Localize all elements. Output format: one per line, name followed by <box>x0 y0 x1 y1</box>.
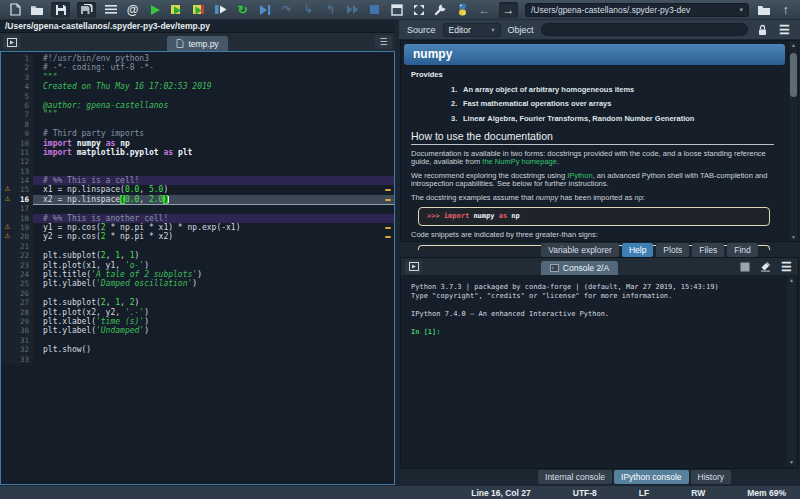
code-line[interactable]: ⚠19y1 = np.cos(2 * np.pi * x1) * np.exp(… <box>1 223 394 232</box>
code-line[interactable]: 17 <box>1 204 394 213</box>
python-path-icon[interactable] <box>455 2 470 17</box>
step-into-icon[interactable]: ↳ <box>301 2 316 17</box>
code-line[interactable]: 28plt.plot(x2, y2, '.-') <box>1 308 394 317</box>
tab-ipython-console[interactable]: IPython console <box>614 470 688 484</box>
warning-icon: ⚠ <box>1 185 14 194</box>
browse-tabs-icon[interactable] <box>3 35 20 49</box>
source-dropdown-value: Editor <box>449 25 471 35</box>
console-line: Python 3.7.3 | packaged by conda-forge |… <box>411 283 786 292</box>
line-number: 5 <box>14 92 33 101</box>
code-line[interactable]: ⚠16x2 = np.linspace(0.0, 2.0) <box>1 195 394 204</box>
code-line[interactable]: 27plt.subplot(2, 1, 2) <box>1 298 394 307</box>
scrollbar-thumb[interactable] <box>790 53 797 97</box>
forward-icon[interactable]: → <box>499 2 518 18</box>
tab-plots[interactable]: Plots <box>656 243 689 257</box>
code-line[interactable]: 3""" <box>1 73 394 82</box>
tab-help[interactable]: Help <box>622 243 653 257</box>
code-line[interactable]: 7""" <box>1 110 394 119</box>
tab-files[interactable]: Files <box>692 243 724 257</box>
help-scrollbar[interactable]: ▲ ▼ <box>788 41 798 241</box>
code-text <box>33 92 394 101</box>
parent-directory-icon[interactable]: ↑ <box>778 2 793 17</box>
line-number: 28 <box>14 308 33 317</box>
tab-temp-py[interactable]: temp.py <box>167 36 227 51</box>
tab-console-2a[interactable]: Console 2/A <box>541 261 618 275</box>
code-line[interactable]: 24plt.title('A tale of 2 subplots') <box>1 270 394 279</box>
code-line[interactable]: 18# %% This is another cell! <box>1 214 394 223</box>
code-line[interactable]: 33 <box>1 355 394 364</box>
code-line[interactable]: 29plt.xlabel('time (s)') <box>1 317 394 326</box>
code-line[interactable]: 4Created on Thu May 16 17:02:53 2019 <box>1 82 394 91</box>
browse-tabs-icon[interactable] <box>405 260 422 274</box>
maximize-pane-icon[interactable] <box>389 2 404 17</box>
help-content: Provides 1.An array object of arbitrary … <box>401 65 798 250</box>
help-options-menu-icon[interactable]: ☰ <box>777 22 792 37</box>
object-input[interactable] <box>541 23 748 36</box>
code-line[interactable]: 30plt.ylabel('Undamped') <box>1 326 394 335</box>
run-icon[interactable] <box>147 2 162 17</box>
code-line[interactable]: ⚠15x1 = np.linspace(0.0, 5.0) <box>1 185 394 194</box>
debug-icon[interactable] <box>257 2 272 17</box>
tab-variable-explorer[interactable]: Variable explorer <box>541 243 619 257</box>
code-line[interactable]: 9# Third party imports <box>1 129 394 138</box>
run-selection-icon[interactable] <box>213 2 228 17</box>
code-line[interactable]: 2# -*- coding: utf-8 -*- <box>1 63 394 72</box>
scroll-up-icon[interactable]: ▲ <box>787 277 796 283</box>
code-line[interactable]: 13 <box>1 167 394 176</box>
clear-console-icon[interactable] <box>758 259 773 274</box>
code-line[interactable]: 6@author: gpena-castellanos <box>1 101 394 110</box>
back-icon[interactable]: ← <box>477 2 492 17</box>
code-line[interactable]: 22plt.subplot(2, 1, 1) <box>1 251 394 260</box>
gutter-cell <box>1 110 14 119</box>
interrupt-kernel-icon[interactable] <box>737 259 752 274</box>
scroll-up-icon[interactable]: ▲ <box>789 42 798 48</box>
console-output[interactable]: Python 3.7.3 | packaged by conda-forge |… <box>403 276 786 466</box>
code-line[interactable]: 21 <box>1 242 394 251</box>
lock-icon[interactable] <box>755 22 770 37</box>
code-editor[interactable]: 1#!/usr/bin/env python32# -*- coding: ut… <box>0 51 395 485</box>
code-line[interactable]: 14# %% This is a cell! <box>1 176 394 185</box>
browse-directory-icon[interactable] <box>756 2 771 17</box>
code-line[interactable]: 1#!/usr/bin/env python3 <box>1 54 394 63</box>
scroll-down-icon[interactable]: ▼ <box>789 234 798 240</box>
step-icon[interactable]: ↷ <box>279 2 294 17</box>
rerun-cell-icon[interactable]: ↻ <box>235 2 250 17</box>
console-scrollbar[interactable]: ▲ ▼ <box>787 276 796 466</box>
scroll-down-icon[interactable]: ▼ <box>787 459 796 465</box>
warning-icon: ⚠ <box>1 195 14 204</box>
code-line[interactable]: 25plt.ylabel('Damped oscillation') <box>1 279 394 288</box>
tab-history[interactable]: History <box>691 470 731 484</box>
fullscreen-icon[interactable] <box>411 2 426 17</box>
code-line[interactable]: 26 <box>1 289 394 298</box>
file-switcher-icon[interactable] <box>103 2 118 17</box>
working-directory-combobox[interactable]: /Users/gpena-castellanos/.spyder-py3-dev… <box>525 3 749 17</box>
code-line[interactable]: ⚠20y2 = np.cos(2 * np.pi * x2) <box>1 232 394 241</box>
code-line[interactable]: 11import matplotlib.pyplot as plt <box>1 148 394 157</box>
tab-find[interactable]: Find <box>727 243 758 257</box>
tab-internal-console[interactable]: Internal console <box>538 470 612 484</box>
code-line[interactable]: 31 <box>1 336 394 345</box>
run-cell-advance-icon[interactable] <box>191 2 206 17</box>
save-icon[interactable] <box>51 2 70 18</box>
stop-icon[interactable] <box>367 2 382 17</box>
continue-icon[interactable] <box>345 2 360 17</box>
code-line[interactable]: 12 <box>1 157 394 166</box>
editor-options-menu-icon[interactable]: ☰ <box>375 35 392 49</box>
preferences-wrench-icon[interactable] <box>433 2 448 17</box>
save-all-icon[interactable] <box>77 2 96 18</box>
code-line[interactable]: 8 <box>1 120 394 129</box>
code-line[interactable]: 10import numpy as np <box>1 139 394 148</box>
code-line[interactable]: 5 <box>1 92 394 101</box>
code-text <box>33 204 394 213</box>
run-cell-icon[interactable] <box>169 2 184 17</box>
open-file-icon[interactable] <box>29 2 44 17</box>
code-text: import numpy as np <box>33 139 394 148</box>
console-options-menu-icon[interactable]: ☰ <box>779 259 794 274</box>
step-return-icon[interactable]: ↰ <box>323 2 338 17</box>
source-dropdown[interactable]: Editor ▾ <box>443 23 501 37</box>
find-symbols-icon[interactable]: @ <box>125 2 140 17</box>
code-line[interactable]: 23plt.plot(x1, y1, 'o-') <box>1 261 394 270</box>
code-line[interactable]: 32plt.show() <box>1 345 394 354</box>
cursor-position: Line 16, Col 27 <box>471 488 531 498</box>
new-file-icon[interactable] <box>7 2 22 17</box>
